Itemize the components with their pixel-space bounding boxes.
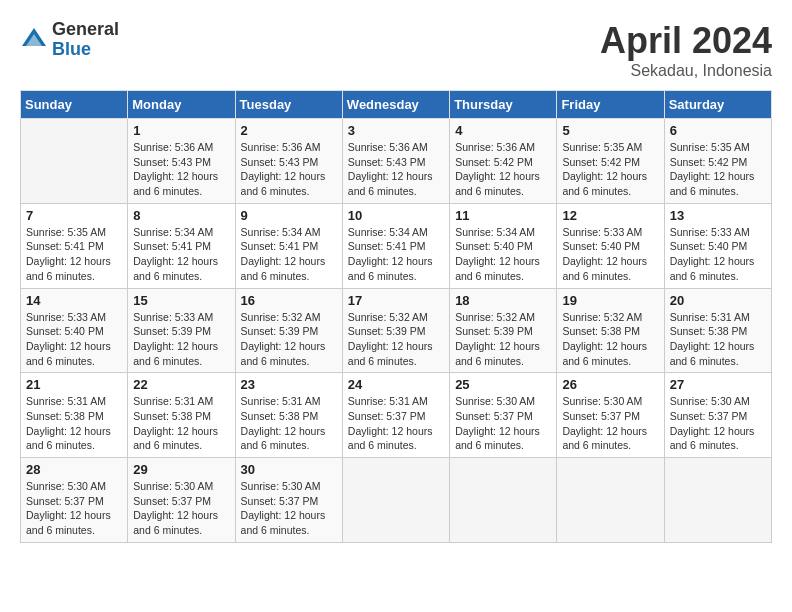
calendar-cell: 18Sunrise: 5:32 AMSunset: 5:39 PMDayligh… <box>450 288 557 373</box>
day-number: 18 <box>455 293 551 308</box>
logo-text: General Blue <box>52 20 119 60</box>
calendar-cell: 4Sunrise: 5:36 AMSunset: 5:42 PMDaylight… <box>450 119 557 204</box>
calendar-cell: 8Sunrise: 5:34 AMSunset: 5:41 PMDaylight… <box>128 203 235 288</box>
day-info: Sunrise: 5:33 AMSunset: 5:40 PMDaylight:… <box>562 225 658 284</box>
day-info: Sunrise: 5:36 AMSunset: 5:42 PMDaylight:… <box>455 140 551 199</box>
calendar-cell: 9Sunrise: 5:34 AMSunset: 5:41 PMDaylight… <box>235 203 342 288</box>
day-info: Sunrise: 5:32 AMSunset: 5:39 PMDaylight:… <box>455 310 551 369</box>
day-number: 15 <box>133 293 229 308</box>
calendar-title: April 2024 <box>600 20 772 62</box>
day-info: Sunrise: 5:36 AMSunset: 5:43 PMDaylight:… <box>241 140 337 199</box>
calendar-cell: 20Sunrise: 5:31 AMSunset: 5:38 PMDayligh… <box>664 288 771 373</box>
day-number: 2 <box>241 123 337 138</box>
day-info: Sunrise: 5:30 AMSunset: 5:37 PMDaylight:… <box>26 479 122 538</box>
day-number: 20 <box>670 293 766 308</box>
day-number: 14 <box>26 293 122 308</box>
day-info: Sunrise: 5:34 AMSunset: 5:41 PMDaylight:… <box>348 225 444 284</box>
calendar-cell: 1Sunrise: 5:36 AMSunset: 5:43 PMDaylight… <box>128 119 235 204</box>
calendar-cell: 15Sunrise: 5:33 AMSunset: 5:39 PMDayligh… <box>128 288 235 373</box>
day-info: Sunrise: 5:36 AMSunset: 5:43 PMDaylight:… <box>348 140 444 199</box>
logo: General Blue <box>20 20 119 60</box>
calendar-cell: 10Sunrise: 5:34 AMSunset: 5:41 PMDayligh… <box>342 203 449 288</box>
calendar-cell <box>450 458 557 543</box>
day-number: 1 <box>133 123 229 138</box>
calendar-cell: 5Sunrise: 5:35 AMSunset: 5:42 PMDaylight… <box>557 119 664 204</box>
day-number: 11 <box>455 208 551 223</box>
calendar-cell: 28Sunrise: 5:30 AMSunset: 5:37 PMDayligh… <box>21 458 128 543</box>
calendar-cell: 21Sunrise: 5:31 AMSunset: 5:38 PMDayligh… <box>21 373 128 458</box>
day-header-monday: Monday <box>128 91 235 119</box>
calendar-cell <box>664 458 771 543</box>
day-info: Sunrise: 5:34 AMSunset: 5:41 PMDaylight:… <box>241 225 337 284</box>
logo-blue-text: Blue <box>52 40 119 60</box>
day-info: Sunrise: 5:30 AMSunset: 5:37 PMDaylight:… <box>455 394 551 453</box>
calendar-cell: 17Sunrise: 5:32 AMSunset: 5:39 PMDayligh… <box>342 288 449 373</box>
day-number: 17 <box>348 293 444 308</box>
day-header-wednesday: Wednesday <box>342 91 449 119</box>
calendar-cell: 30Sunrise: 5:30 AMSunset: 5:37 PMDayligh… <box>235 458 342 543</box>
day-number: 7 <box>26 208 122 223</box>
day-info: Sunrise: 5:30 AMSunset: 5:37 PMDaylight:… <box>241 479 337 538</box>
day-number: 3 <box>348 123 444 138</box>
day-info: Sunrise: 5:33 AMSunset: 5:40 PMDaylight:… <box>670 225 766 284</box>
day-info: Sunrise: 5:32 AMSunset: 5:38 PMDaylight:… <box>562 310 658 369</box>
calendar-table: SundayMondayTuesdayWednesdayThursdayFrid… <box>20 90 772 543</box>
day-header-thursday: Thursday <box>450 91 557 119</box>
calendar-cell: 26Sunrise: 5:30 AMSunset: 5:37 PMDayligh… <box>557 373 664 458</box>
day-number: 8 <box>133 208 229 223</box>
day-header-friday: Friday <box>557 91 664 119</box>
calendar-cell: 2Sunrise: 5:36 AMSunset: 5:43 PMDaylight… <box>235 119 342 204</box>
day-number: 12 <box>562 208 658 223</box>
calendar-week-row: 14Sunrise: 5:33 AMSunset: 5:40 PMDayligh… <box>21 288 772 373</box>
day-number: 21 <box>26 377 122 392</box>
day-header-tuesday: Tuesday <box>235 91 342 119</box>
calendar-cell: 27Sunrise: 5:30 AMSunset: 5:37 PMDayligh… <box>664 373 771 458</box>
day-info: Sunrise: 5:31 AMSunset: 5:38 PMDaylight:… <box>241 394 337 453</box>
day-number: 26 <box>562 377 658 392</box>
day-number: 10 <box>348 208 444 223</box>
title-section: April 2024 Sekadau, Indonesia <box>600 20 772 80</box>
day-number: 5 <box>562 123 658 138</box>
day-info: Sunrise: 5:30 AMSunset: 5:37 PMDaylight:… <box>562 394 658 453</box>
logo-general-text: General <box>52 20 119 40</box>
calendar-cell: 12Sunrise: 5:33 AMSunset: 5:40 PMDayligh… <box>557 203 664 288</box>
day-info: Sunrise: 5:32 AMSunset: 5:39 PMDaylight:… <box>348 310 444 369</box>
day-number: 16 <box>241 293 337 308</box>
calendar-header-row: SundayMondayTuesdayWednesdayThursdayFrid… <box>21 91 772 119</box>
day-number: 19 <box>562 293 658 308</box>
calendar-cell: 11Sunrise: 5:34 AMSunset: 5:40 PMDayligh… <box>450 203 557 288</box>
calendar-cell: 29Sunrise: 5:30 AMSunset: 5:37 PMDayligh… <box>128 458 235 543</box>
calendar-cell: 23Sunrise: 5:31 AMSunset: 5:38 PMDayligh… <box>235 373 342 458</box>
calendar-cell: 6Sunrise: 5:35 AMSunset: 5:42 PMDaylight… <box>664 119 771 204</box>
day-info: Sunrise: 5:31 AMSunset: 5:37 PMDaylight:… <box>348 394 444 453</box>
page-header: General Blue April 2024 Sekadau, Indones… <box>20 20 772 80</box>
day-info: Sunrise: 5:31 AMSunset: 5:38 PMDaylight:… <box>133 394 229 453</box>
day-info: Sunrise: 5:36 AMSunset: 5:43 PMDaylight:… <box>133 140 229 199</box>
calendar-cell: 3Sunrise: 5:36 AMSunset: 5:43 PMDaylight… <box>342 119 449 204</box>
calendar-cell: 24Sunrise: 5:31 AMSunset: 5:37 PMDayligh… <box>342 373 449 458</box>
day-number: 6 <box>670 123 766 138</box>
calendar-cell: 22Sunrise: 5:31 AMSunset: 5:38 PMDayligh… <box>128 373 235 458</box>
calendar-cell <box>557 458 664 543</box>
calendar-cell: 7Sunrise: 5:35 AMSunset: 5:41 PMDaylight… <box>21 203 128 288</box>
calendar-cell: 14Sunrise: 5:33 AMSunset: 5:40 PMDayligh… <box>21 288 128 373</box>
calendar-week-row: 21Sunrise: 5:31 AMSunset: 5:38 PMDayligh… <box>21 373 772 458</box>
day-number: 23 <box>241 377 337 392</box>
day-number: 13 <box>670 208 766 223</box>
day-info: Sunrise: 5:35 AMSunset: 5:42 PMDaylight:… <box>562 140 658 199</box>
day-info: Sunrise: 5:30 AMSunset: 5:37 PMDaylight:… <box>133 479 229 538</box>
day-info: Sunrise: 5:30 AMSunset: 5:37 PMDaylight:… <box>670 394 766 453</box>
logo-icon <box>20 26 48 54</box>
day-number: 4 <box>455 123 551 138</box>
calendar-cell <box>21 119 128 204</box>
day-info: Sunrise: 5:33 AMSunset: 5:39 PMDaylight:… <box>133 310 229 369</box>
day-info: Sunrise: 5:31 AMSunset: 5:38 PMDaylight:… <box>26 394 122 453</box>
calendar-cell <box>342 458 449 543</box>
day-number: 9 <box>241 208 337 223</box>
calendar-week-row: 1Sunrise: 5:36 AMSunset: 5:43 PMDaylight… <box>21 119 772 204</box>
day-info: Sunrise: 5:31 AMSunset: 5:38 PMDaylight:… <box>670 310 766 369</box>
day-info: Sunrise: 5:35 AMSunset: 5:42 PMDaylight:… <box>670 140 766 199</box>
day-number: 25 <box>455 377 551 392</box>
calendar-subtitle: Sekadau, Indonesia <box>600 62 772 80</box>
day-number: 27 <box>670 377 766 392</box>
